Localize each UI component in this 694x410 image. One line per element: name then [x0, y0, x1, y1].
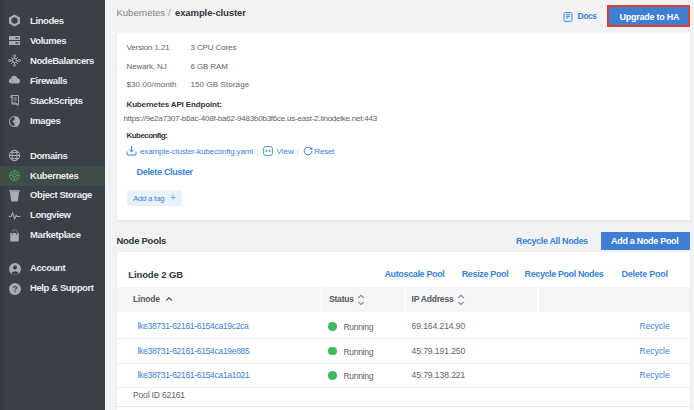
svg-text:?: ?: [12, 284, 17, 294]
